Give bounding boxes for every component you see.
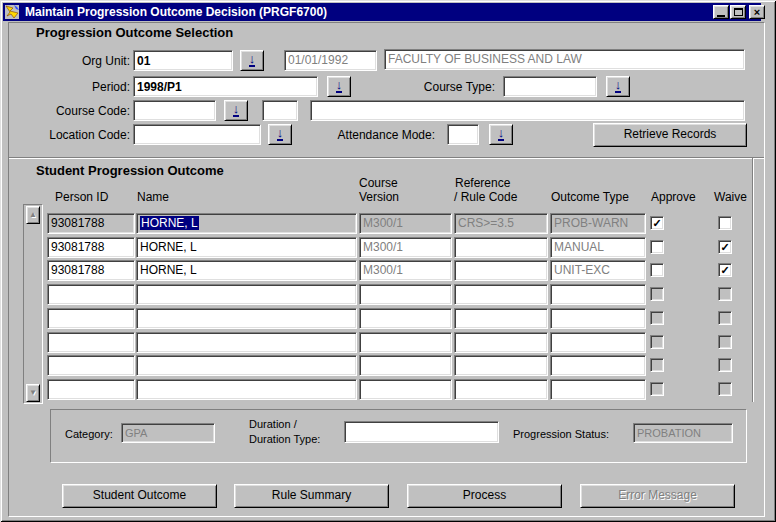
- close-button[interactable]: ×: [749, 5, 765, 19]
- down-arrow-icon: ▼: [29, 389, 37, 397]
- cell-name[interactable]: HORNE, L: [136, 237, 357, 258]
- column-header-reference: Reference: [455, 176, 510, 190]
- duration-input[interactable]: [344, 421, 499, 443]
- retrieve-records-button[interactable]: Retrieve Records: [593, 123, 747, 147]
- course-title-input[interactable]: [310, 100, 745, 121]
- waive-checkbox[interactable]: [718, 216, 732, 230]
- cell-outcome-type: [550, 332, 646, 353]
- course-version-input[interactable]: [262, 100, 298, 121]
- course-type-lov-button[interactable]: ↓: [606, 76, 630, 97]
- process-button[interactable]: Process: [407, 484, 562, 508]
- approve-checkbox[interactable]: ✓: [650, 216, 664, 230]
- record-scrollbar[interactable]: ▲ ▼: [23, 204, 43, 404]
- cell-person-id: [47, 332, 135, 353]
- approve-checkbox[interactable]: [650, 358, 664, 372]
- duration-label-line2: Duration Type:: [249, 433, 320, 445]
- column-header-name: Name: [137, 190, 169, 204]
- minimize-button[interactable]: [713, 5, 729, 19]
- course-type-label: Course Type:: [390, 80, 495, 94]
- cell-person-id: [47, 355, 135, 376]
- column-header-outcome-type: Outcome Type: [551, 190, 629, 204]
- down-arrow-icon: ↓: [233, 102, 240, 117]
- category-label: Category:: [65, 428, 113, 440]
- cell-person-id[interactable]: 93081788: [47, 260, 135, 281]
- course-code-lov-button[interactable]: ↓: [224, 100, 248, 121]
- cell-course-version: [359, 332, 452, 353]
- cell-rule-code[interactable]: [454, 260, 548, 281]
- rule-summary-button[interactable]: Rule Summary: [234, 484, 389, 508]
- outcome-section-title: Student Progression Outcome: [36, 163, 224, 178]
- waive-checkbox[interactable]: ✓: [718, 240, 732, 254]
- table-right-border: [752, 158, 754, 402]
- cell-name[interactable]: HORNE, L: [136, 213, 357, 234]
- cell-course-version[interactable]: M300/1: [359, 213, 452, 234]
- course-code-input[interactable]: [133, 100, 216, 121]
- location-code-lov-button[interactable]: ↓: [268, 124, 292, 145]
- cell-name[interactable]: HORNE, L: [136, 260, 357, 281]
- approve-checkbox[interactable]: [650, 335, 664, 349]
- scroll-down-button[interactable]: ▼: [26, 384, 40, 402]
- org-unit-lov-button[interactable]: ↓: [240, 50, 264, 71]
- waive-checkbox[interactable]: [718, 358, 732, 372]
- cell-course-version[interactable]: M300/1: [359, 237, 452, 258]
- approve-checkbox[interactable]: [650, 263, 664, 277]
- progression-status-label: Progression Status:: [513, 428, 609, 440]
- approve-checkbox[interactable]: [650, 240, 664, 254]
- course-type-input[interactable]: [503, 76, 597, 97]
- period-label: Period:: [10, 80, 130, 94]
- selected-text: HORNE, L: [140, 216, 199, 230]
- cell-outcome-type[interactable]: UNIT-EXC: [550, 260, 646, 281]
- cell-outcome-type[interactable]: PROB-WARN: [550, 213, 646, 234]
- cell-rule-code[interactable]: CRS>=3.5: [454, 213, 548, 234]
- approve-checkbox[interactable]: [650, 311, 664, 325]
- column-header-rule-code: / Rule Code: [454, 190, 517, 204]
- title-bar: Maintain Progression Outcome Decision (P…: [3, 3, 761, 21]
- org-unit-input[interactable]: [133, 50, 233, 71]
- section-separator: [9, 157, 764, 159]
- cell-rule-code[interactable]: [454, 237, 548, 258]
- approve-checkbox[interactable]: [650, 287, 664, 301]
- down-arrow-icon: ↓: [336, 78, 343, 93]
- attendance-mode-lov-button[interactable]: ↓: [489, 124, 513, 145]
- column-header-person-id: Person ID: [55, 190, 108, 204]
- waive-checkbox[interactable]: ✓: [718, 263, 732, 277]
- cell-name: [136, 284, 357, 305]
- location-code-input[interactable]: [133, 124, 261, 145]
- window-title: Maintain Progression Outcome Decision (P…: [25, 5, 327, 19]
- cell-name: [136, 355, 357, 376]
- cell-person-id: [47, 284, 135, 305]
- student-outcome-button[interactable]: Student Outcome: [62, 484, 217, 508]
- org-unit-description-field: FACULTY OF BUSINESS AND LAW: [384, 49, 745, 70]
- org-unit-label: Org Unit:: [10, 54, 130, 68]
- down-arrow-icon: ↓: [249, 52, 256, 67]
- approve-checkbox[interactable]: [650, 382, 664, 396]
- cell-name: [136, 332, 357, 353]
- waive-checkbox[interactable]: [718, 311, 732, 325]
- cell-person-id[interactable]: 93081788: [47, 213, 135, 234]
- waive-checkbox[interactable]: [718, 335, 732, 349]
- maximize-icon: [734, 8, 743, 16]
- category-field: GPA: [121, 423, 215, 443]
- cell-course-version[interactable]: M300/1: [359, 260, 452, 281]
- location-code-label: Location Code:: [10, 128, 130, 142]
- attendance-mode-input[interactable]: [447, 124, 479, 145]
- column-header-approve: Approve: [651, 190, 696, 204]
- cell-outcome-type[interactable]: MANUAL: [550, 237, 646, 258]
- column-header-waive: Waive: [714, 190, 747, 204]
- progression-status-field: PROBATION: [633, 423, 733, 443]
- cell-outcome-type: [550, 379, 646, 400]
- close-icon: ×: [754, 7, 760, 18]
- duration-label-line1: Duration /: [249, 418, 297, 430]
- cell-course-version: [359, 284, 452, 305]
- waive-checkbox[interactable]: [718, 287, 732, 301]
- period-input[interactable]: [133, 76, 318, 97]
- period-lov-button[interactable]: ↓: [327, 76, 351, 97]
- scroll-up-button[interactable]: ▲: [26, 206, 40, 224]
- maximize-button[interactable]: [730, 5, 746, 19]
- up-arrow-icon: ▲: [29, 211, 37, 219]
- waive-checkbox[interactable]: [718, 382, 732, 396]
- error-message-button[interactable]: Error Message: [580, 484, 735, 508]
- cell-person-id[interactable]: 93081788: [47, 237, 135, 258]
- cell-outcome-type: [550, 355, 646, 376]
- column-header-course: Course: [359, 176, 398, 190]
